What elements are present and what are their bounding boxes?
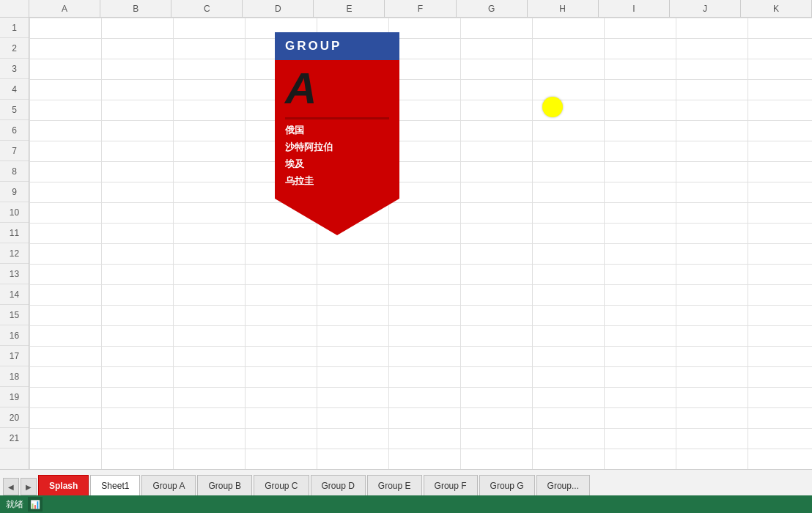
status-icon: 📊 — [28, 497, 43, 512]
status-text: 就绪 — [6, 498, 23, 511]
tab-bar: ◀ ▶ Splash Sheet1 Group A Group B Group … — [0, 469, 812, 495]
col-header-b[interactable]: B — [100, 0, 171, 17]
row-numbers: 1 2 3 4 5 6 7 8 9 10 11 12 13 14 15 16 1… — [0, 18, 29, 469]
tab-group-c[interactable]: Group C — [254, 475, 309, 495]
row-7[interactable]: 7 — [0, 141, 29, 161]
row-6[interactable]: 6 — [0, 120, 29, 141]
bookmark-team-2: 沙特阿拉伯 — [285, 141, 389, 154]
col-header-g[interactable]: G — [457, 0, 528, 17]
row-10[interactable]: 10 — [0, 202, 29, 223]
col-header-j[interactable]: J — [670, 0, 741, 17]
tab-group-b[interactable]: Group B — [197, 475, 252, 495]
row-3[interactable]: 3 — [0, 59, 29, 79]
row-5[interactable]: 5 — [0, 100, 29, 120]
row-17[interactable]: 17 — [0, 346, 29, 366]
bookmark-team-4: 乌拉圭 — [285, 174, 389, 188]
bookmark-divider — [285, 117, 389, 119]
col-header-f[interactable]: F — [385, 0, 456, 17]
row-19[interactable]: 19 — [0, 387, 29, 407]
col-header-d[interactable]: D — [243, 0, 314, 17]
row-12[interactable]: 12 — [0, 243, 29, 264]
tab-group-e[interactable]: Group E — [367, 475, 422, 495]
bookmark-widget: GROUP A 俄国 沙特阿拉伯 埃及 乌拉圭 — [275, 32, 399, 235]
row-2[interactable]: 2 — [0, 38, 29, 59]
corner-cell — [0, 0, 29, 17]
row-1[interactable]: 1 — [0, 18, 29, 38]
row-18[interactable]: 18 — [0, 366, 29, 387]
bookmark-body: A 俄国 沙特阿拉伯 埃及 乌拉圭 — [275, 60, 399, 199]
row-11[interactable]: 11 — [0, 223, 29, 243]
row-4[interactable]: 4 — [0, 79, 29, 100]
grid-content[interactable]: GROUP A 俄国 沙特阿拉伯 埃及 乌拉圭 — [29, 18, 812, 469]
col-header-h[interactable]: H — [528, 0, 599, 17]
row-20[interactable]: 20 — [0, 407, 29, 428]
col-header-e[interactable]: E — [314, 0, 385, 17]
row-8[interactable]: 8 — [0, 161, 29, 182]
row-13[interactable]: 13 — [0, 264, 29, 284]
tab-group-f[interactable]: Group F — [424, 475, 478, 495]
bookmark-shape: GROUP A 俄国 沙特阿拉伯 埃及 乌拉圭 — [275, 32, 399, 235]
tab-group-a[interactable]: Group A — [141, 475, 196, 495]
row-21[interactable]: 21 — [0, 428, 29, 449]
status-bar: 就绪 📊 — [0, 495, 812, 513]
tab-group-d[interactable]: Group D — [311, 475, 366, 495]
bookmark-header: GROUP — [275, 32, 399, 60]
row-14[interactable]: 14 — [0, 284, 29, 305]
bookmark-point — [275, 199, 399, 235]
bookmark-team-1: 俄国 — [285, 124, 389, 137]
bookmark-header-text: GROUP — [285, 39, 342, 53]
bookmark-team-3: 埃及 — [285, 158, 389, 171]
tab-group-g[interactable]: Group G — [479, 475, 535, 495]
col-header-k[interactable]: K — [741, 0, 812, 17]
col-header-a[interactable]: A — [29, 0, 100, 17]
tab-prev-btn[interactable]: ◀ — [3, 478, 19, 495]
col-header-i[interactable]: I — [599, 0, 670, 17]
tab-group-more[interactable]: Group... — [536, 475, 590, 495]
spreadsheet-area: 1 2 3 4 5 6 7 8 9 10 11 12 13 14 15 16 1… — [0, 18, 812, 469]
tab-sheet1[interactable]: Sheet1 — [90, 475, 140, 495]
bookmark-letter: A — [285, 64, 389, 113]
col-header-c[interactable]: C — [171, 0, 243, 17]
row-9[interactable]: 9 — [0, 182, 29, 202]
column-headers: A B C D E F G H I J K — [0, 0, 812, 18]
row-16[interactable]: 16 — [0, 325, 29, 346]
row-15[interactable]: 15 — [0, 305, 29, 325]
tab-splash[interactable]: Splash — [38, 475, 89, 495]
grid-overlay — [29, 18, 812, 469]
tab-next-btn[interactable]: ▶ — [21, 478, 37, 495]
cursor-indicator — [542, 97, 563, 117]
